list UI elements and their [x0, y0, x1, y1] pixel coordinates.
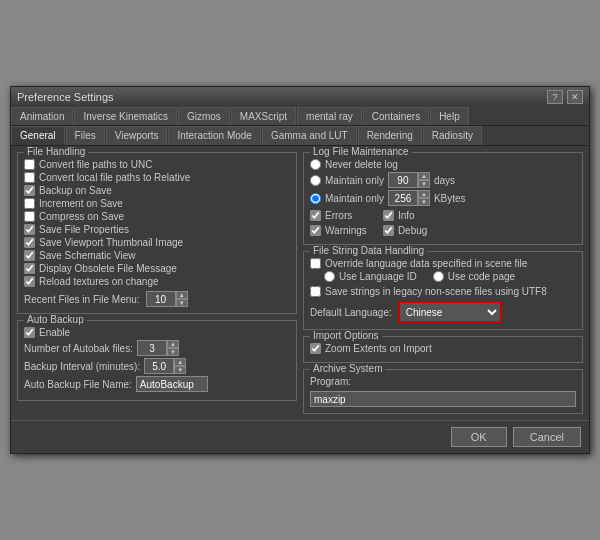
tab-general[interactable]: General — [11, 126, 65, 145]
tab-containers[interactable]: Containers — [363, 107, 429, 125]
enable-backup-label: Enable — [39, 327, 70, 338]
check-convert-relative-input[interactable] — [24, 172, 35, 183]
kbytes-spin-btns: ▲ ▼ — [418, 190, 430, 206]
radio-use-lang-id: Use Language ID — [324, 271, 417, 282]
program-input[interactable] — [310, 391, 576, 407]
filename-label: Auto Backup File Name: — [24, 379, 132, 390]
title-bar-buttons: ? ✕ — [547, 90, 583, 104]
lang-select[interactable]: Chinese English Japanese Korean — [400, 303, 500, 321]
kbytes-input[interactable] — [388, 190, 418, 206]
check-save-thumbnail-label: Save Viewport Thumbnail Image — [39, 237, 183, 248]
check-errors: Errors — [310, 210, 367, 221]
check-save-schematic-label: Save Schematic View — [39, 250, 136, 261]
tab-help[interactable]: Help — [430, 107, 469, 125]
filename-input[interactable] — [136, 376, 208, 392]
days-input[interactable] — [388, 172, 418, 188]
num-autobak-up[interactable]: ▲ — [167, 340, 179, 348]
default-lang-row: Default Language: Chinese English Japane… — [310, 301, 576, 323]
radio-maintain-kb-input[interactable] — [310, 193, 321, 204]
window-title: Preference Settings — [17, 91, 114, 103]
days-up[interactable]: ▲ — [418, 172, 430, 180]
check-info-label: Info — [398, 210, 415, 221]
auto-backup-group: Auto Backup Enable Number of Autobak fil… — [17, 320, 297, 401]
ok-button[interactable]: OK — [451, 427, 507, 447]
check-reload-textures-label: Reload textures on change — [39, 276, 159, 287]
check-convert-relative-label: Convert local file paths to Relative — [39, 172, 190, 183]
title-bar: Preference Settings ? ✕ — [11, 87, 589, 107]
tab-maxscript[interactable]: MAXScript — [231, 107, 296, 125]
radio-use-lang-id-input[interactable] — [324, 271, 335, 282]
check-reload-textures-input[interactable] — [24, 276, 35, 287]
check-override-lang-input[interactable] — [310, 258, 321, 269]
check-save-thumbnail-input[interactable] — [24, 237, 35, 248]
kbytes-spinner: ▲ ▼ — [388, 190, 430, 206]
tab-interaction-mode[interactable]: Interaction Mode — [168, 126, 261, 145]
num-autobak-down[interactable]: ▼ — [167, 348, 179, 356]
tab-rendering[interactable]: Rendering — [358, 126, 422, 145]
auto-backup-title: Auto Backup — [24, 314, 87, 325]
file-string-group: File String Data Handling Override langu… — [303, 251, 583, 330]
recent-files-spinner: ▲ ▼ — [146, 291, 188, 307]
radio-maintain-days-input[interactable] — [310, 175, 321, 186]
enable-backup-input[interactable] — [24, 327, 35, 338]
check-info-input[interactable] — [383, 210, 394, 221]
check-debug-label: Debug — [398, 225, 427, 236]
check-save-file-props: Save File Properties — [24, 224, 290, 235]
lang-radio-row: Use Language ID Use code page — [324, 271, 576, 284]
check-obsolete-message: Display Obsolete File Message — [24, 263, 290, 274]
left-column: File Handling Convert file paths to UNC … — [17, 152, 297, 414]
radio-use-code-page-label: Use code page — [448, 271, 515, 282]
radio-never-delete-input[interactable] — [310, 159, 321, 170]
interval-up[interactable]: ▲ — [174, 358, 186, 366]
check-warnings-label: Warnings — [325, 225, 367, 236]
radio-use-code-page-input[interactable] — [433, 271, 444, 282]
tab-inverse-kinematics[interactable]: Inverse Kinematics — [74, 107, 176, 125]
check-save-file-props-input[interactable] — [24, 224, 35, 235]
kbytes-down[interactable]: ▼ — [418, 198, 430, 206]
check-save-strings: Save strings in legacy non-scene files u… — [310, 286, 576, 297]
tab-files[interactable]: Files — [66, 126, 105, 145]
recent-files-down[interactable]: ▼ — [176, 299, 188, 307]
num-autobak-input[interactable] — [137, 340, 167, 356]
tab-viewports[interactable]: Viewports — [106, 126, 168, 145]
check-convert-unc-input[interactable] — [24, 159, 35, 170]
bottom-buttons: OK Cancel — [11, 420, 589, 453]
check-save-strings-input[interactable] — [310, 286, 321, 297]
default-lang-label: Default Language: — [310, 307, 392, 318]
tab-mental-ray[interactable]: mental ray — [297, 107, 362, 125]
tab-gamma-lut[interactable]: Gamma and LUT — [262, 126, 357, 145]
close-button[interactable]: ✕ — [567, 90, 583, 104]
check-zoom-extents-input[interactable] — [310, 343, 321, 354]
tab-row-2: General Files Viewports Interaction Mode… — [11, 126, 589, 146]
num-autobak-row: Number of Autobak files: ▲ ▼ — [24, 340, 290, 356]
num-autobak-label: Number of Autobak files: — [24, 343, 133, 354]
check-warnings-input[interactable] — [310, 225, 321, 236]
check-save-schematic-input[interactable] — [24, 250, 35, 261]
check-override-lang-label: Override language data specified in scen… — [325, 258, 527, 269]
check-compress-save: Compress on Save — [24, 211, 290, 222]
radio-maintain-kb: Maintain only ▲ ▼ KBytes — [310, 190, 576, 206]
recent-files-label: Recent Files in File Menu: — [24, 294, 140, 305]
interval-input[interactable] — [144, 358, 174, 374]
check-errors-label: Errors — [325, 210, 352, 221]
check-debug-input[interactable] — [383, 225, 394, 236]
recent-files-up[interactable]: ▲ — [176, 291, 188, 299]
help-button[interactable]: ? — [547, 90, 563, 104]
program-row: Program: — [310, 376, 576, 387]
check-backup-save-input[interactable] — [24, 185, 35, 196]
check-errors-input[interactable] — [310, 210, 321, 221]
days-down[interactable]: ▼ — [418, 180, 430, 188]
tab-gizmos[interactable]: Gizmos — [178, 107, 230, 125]
check-compress-save-input[interactable] — [24, 211, 35, 222]
tab-animation[interactable]: Animation — [11, 107, 73, 125]
check-increment-save-input[interactable] — [24, 198, 35, 209]
interval-down[interactable]: ▼ — [174, 366, 186, 374]
check-zoom-extents: Zoom Extents on Import — [310, 343, 576, 354]
check-obsolete-message-input[interactable] — [24, 263, 35, 274]
log-file-title: Log File Maintenance — [310, 146, 412, 157]
recent-files-input[interactable] — [146, 291, 176, 307]
kbytes-up[interactable]: ▲ — [418, 190, 430, 198]
cancel-button[interactable]: Cancel — [513, 427, 581, 447]
tab-radiosity[interactable]: Radiosity — [423, 126, 482, 145]
days-spin-btns: ▲ ▼ — [418, 172, 430, 188]
